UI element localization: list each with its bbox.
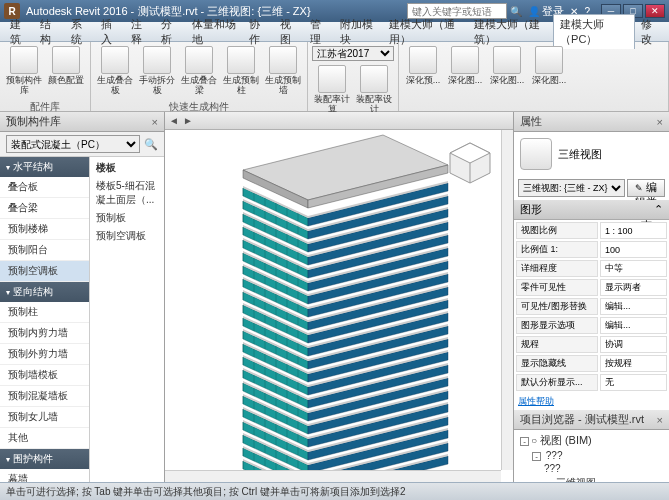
panel-title: 预制构件库× [0, 112, 164, 132]
edit-type-button[interactable]: ✎ 编辑类型 [627, 179, 665, 197]
ribbon-button[interactable]: 深化预... [403, 44, 443, 107]
element-selector[interactable]: 三维视图: {三维 - ZX} [518, 179, 625, 197]
ribbon-button[interactable]: 生成叠合板 [95, 44, 135, 98]
list-header: 楼板 [92, 159, 162, 177]
ribbon-button[interactable]: 预制构件库 [4, 44, 44, 98]
tree-category[interactable]: 水平结构 [0, 157, 89, 177]
scrollbar-vertical[interactable] [501, 130, 513, 470]
nav-fwd-icon[interactable]: ► [183, 115, 193, 126]
prop-value[interactable]: 按规程 [600, 355, 667, 372]
tree-item[interactable]: 叠合梁 [0, 198, 89, 219]
prop-name: 视图比例 [516, 222, 598, 239]
region-select[interactable]: 江苏省2017 [312, 46, 394, 61]
close-icon[interactable]: × [657, 116, 663, 128]
search-icon[interactable]: 🔍 [144, 138, 158, 151]
prop-value[interactable]: 编辑... [600, 298, 667, 315]
view-type-label: 三维视图 [558, 147, 602, 162]
prop-name: 显示隐藏线 [516, 355, 598, 372]
view-type-icon [520, 138, 552, 170]
prop-name: 图形显示选项 [516, 317, 598, 334]
tree-item[interactable]: 预制女儿墙 [0, 407, 89, 428]
prop-value[interactable]: 100 [600, 241, 667, 258]
ribbon-button[interactable]: 深化图... [445, 44, 485, 107]
tree-item[interactable]: 预制空调板 [0, 261, 89, 282]
prop-value[interactable]: 无 [600, 374, 667, 391]
ribbon-button[interactable]: 生成预制柱 [221, 44, 261, 98]
browser-node[interactable]: - ??? [516, 449, 667, 462]
statusbar: 单击可进行选择; 按 Tab 键并单击可选择其他项目; 按 Ctrl 键并单击可… [0, 482, 669, 500]
prop-name: 零件可见性 [516, 279, 598, 296]
prop-value[interactable]: 1 : 100 [600, 222, 667, 239]
prop-name: 规程 [516, 336, 598, 353]
library-type-select[interactable]: 装配式混凝土（PC） [6, 135, 140, 153]
tree-category[interactable]: 围护构件 [0, 449, 89, 469]
component-library-panel: 预制构件库× 装配式混凝土（PC） 🔍 水平结构叠合板叠合梁预制楼梯预制阳台预制… [0, 112, 165, 500]
nav-back-icon[interactable]: ◄ [169, 115, 179, 126]
browser-node[interactable]: ??? [516, 462, 667, 475]
ribbon-button[interactable]: 生成叠合梁 [179, 44, 219, 98]
properties-help-link[interactable]: 属性帮助 [514, 393, 669, 410]
tree-item[interactable]: 预制内剪力墙 [0, 323, 89, 344]
tree-item[interactable]: 预制外剪力墙 [0, 344, 89, 365]
prop-name: 详细程度 [516, 260, 598, 277]
prop-value[interactable]: 编辑... [600, 317, 667, 334]
tree-item[interactable]: 预制柱 [0, 302, 89, 323]
ribbon-button[interactable]: 颜色配置 [46, 44, 86, 98]
ribbon: 预制构件库颜色配置配件库 生成叠合板手动拆分板生成叠合梁生成预制柱生成预制墙快速… [0, 42, 669, 112]
properties-table[interactable]: 视图比例1 : 100比例值 1:100详细程度中等零件可见性显示两者可见性/图… [514, 220, 669, 393]
close-icon[interactable]: × [657, 414, 663, 426]
ribbon-button[interactable]: 生成预制墙 [263, 44, 303, 98]
prop-name: 默认分析显示... [516, 374, 598, 391]
tree-item[interactable]: 叠合板 [0, 177, 89, 198]
component-list[interactable]: 楼板 楼板5-细石混凝土面层（...预制板预制空调板 [90, 157, 164, 500]
list-item[interactable]: 预制空调板 [92, 227, 162, 245]
list-item[interactable]: 楼板5-细石混凝土面层（... [92, 177, 162, 209]
ribbon-button[interactable]: 装配率计算 [312, 63, 352, 117]
prop-name: 比例值 1: [516, 241, 598, 258]
close-icon[interactable]: × [152, 116, 158, 128]
right-panel: 属性× 三维视图 三维视图: {三维 - ZX} ✎ 编辑类型 图形⌃ 视图比例… [514, 112, 669, 500]
tree-item[interactable]: 预制混凝墙板 [0, 386, 89, 407]
project-browser-title: 项目浏览器 - 测试模型.rvt× [514, 410, 669, 430]
ribbon-button[interactable]: 装配率设计 [354, 63, 394, 117]
tree-item[interactable]: 预制墙模板 [0, 365, 89, 386]
prop-value[interactable]: 协调 [600, 336, 667, 353]
ribbon-button[interactable]: 深化图... [529, 44, 569, 107]
prop-value[interactable]: 中等 [600, 260, 667, 277]
ribbon-tabs: 建筑结构系统插入注释分析体量和场地协作视图管理附加模块建模大师（通用）建模大师（… [0, 22, 669, 42]
prop-section-header[interactable]: 图形⌃ [514, 200, 669, 220]
tree-item[interactable]: 其他 [0, 428, 89, 449]
tree-item[interactable]: 预制楼梯 [0, 219, 89, 240]
list-item[interactable]: 预制板 [92, 209, 162, 227]
tree-item[interactable]: 预制阳台 [0, 240, 89, 261]
ribbon-button[interactable]: 手动拆分板 [137, 44, 177, 98]
viewport[interactable]: ◄ ► 1 : 100 ▦ ☀ [165, 112, 514, 500]
ribbon-button[interactable]: 深化图... [487, 44, 527, 107]
properties-title: 属性× [514, 112, 669, 132]
category-tree[interactable]: 水平结构叠合板叠合梁预制楼梯预制阳台预制空调板竖向结构预制柱预制内剪力墙预制外剪… [0, 157, 90, 500]
prop-value[interactable]: 显示两者 [600, 279, 667, 296]
prop-name: 可见性/图形替换 [516, 298, 598, 315]
viewcube[interactable] [445, 138, 495, 188]
scrollbar-horizontal[interactable] [165, 470, 501, 482]
tree-category[interactable]: 竖向结构 [0, 282, 89, 302]
viewport-toolbar: ◄ ► [165, 112, 513, 130]
